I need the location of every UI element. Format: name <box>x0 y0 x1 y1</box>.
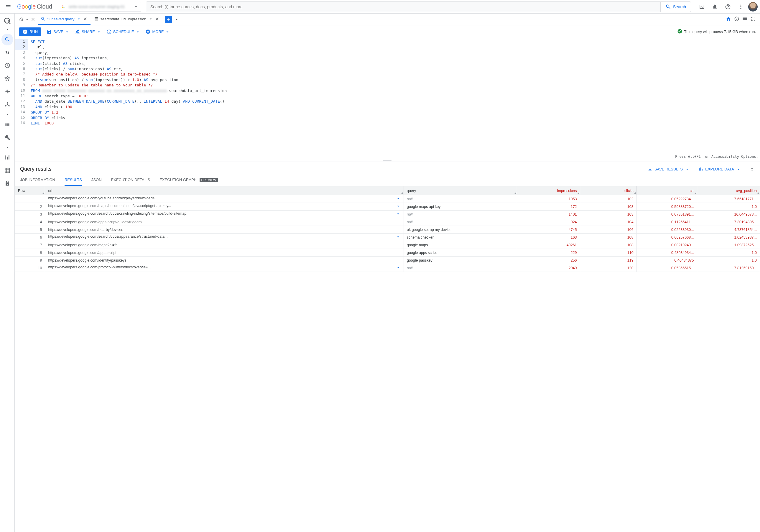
more-button[interactable]: MORE <box>145 29 170 34</box>
rail-reservations-icon[interactable] <box>1 73 13 84</box>
column-header[interactable]: url◢ <box>45 186 404 195</box>
svg-point-0 <box>62 5 63 6</box>
column-header[interactable]: ctr◢ <box>637 186 697 195</box>
rail-lock-icon[interactable] <box>1 177 13 189</box>
caret-down-icon <box>736 167 741 172</box>
schedule-button[interactable]: SCHEDULE <box>107 29 140 34</box>
rail-settings-icon[interactable] <box>1 131 13 143</box>
tab-json[interactable]: JSON <box>91 174 102 186</box>
svg-point-2 <box>62 7 63 8</box>
tab-table[interactable]: searchdata_url_impression <box>91 14 163 25</box>
notifications-icon[interactable] <box>709 1 721 12</box>
results-title: Query results <box>20 166 52 172</box>
caret-down-icon[interactable] <box>148 17 153 21</box>
column-header[interactable]: avg_position◢ <box>697 186 760 195</box>
add-tab-button[interactable] <box>165 16 172 23</box>
tab-results[interactable]: RESULTS <box>65 174 82 186</box>
explore-data-button[interactable]: EXPLORE DATA <box>698 167 741 172</box>
close-icon[interactable] <box>83 17 88 21</box>
query-icon <box>41 17 45 21</box>
project-picker[interactable]: write-scout-consumer-staging-01 <box>59 2 141 12</box>
tab-exec-graph[interactable]: EXECUTION GRAPH PREVIEW <box>160 174 218 186</box>
sql-editor[interactable]: 12345678910111213141516 SELECT url, quer… <box>15 38 760 159</box>
tab-exec-details[interactable]: EXECUTION DETAILS <box>111 174 150 186</box>
svg-point-8 <box>7 102 8 103</box>
table-icon <box>94 17 99 21</box>
tab-menu-caret-icon[interactable] <box>174 17 179 22</box>
rail-transfers-icon[interactable] <box>1 47 13 58</box>
caret-down-icon <box>135 29 140 34</box>
rail-chart-icon[interactable] <box>1 152 13 164</box>
cloud-shell-icon[interactable] <box>696 1 707 12</box>
results-table[interactable]: Row◢url◢query◢impressions◢clicks◢ctr◢avg… <box>15 186 760 532</box>
pin-home-icon[interactable] <box>726 16 731 23</box>
table-row[interactable]: 3https://developers.google.com/search/do… <box>15 211 760 218</box>
table-row[interactable]: 5https://developers.google.com/nearby/de… <box>15 226 760 234</box>
table-row[interactable]: 1https://developers.google.com/youtube/a… <box>15 195 760 203</box>
caret-down-icon <box>685 167 690 172</box>
column-header[interactable]: clicks◢ <box>580 186 637 195</box>
tab-job-info[interactable]: JOB INFORMATION <box>20 174 55 186</box>
unfold-icon <box>749 167 755 172</box>
rail-list-icon[interactable] <box>1 119 13 130</box>
caret-down-icon <box>96 29 101 34</box>
main-menu-icon[interactable] <box>2 1 14 13</box>
global-search: Search <box>146 1 691 12</box>
rail-sql-icon[interactable] <box>1 34 13 45</box>
save-icon <box>47 29 52 34</box>
results-panel: Query results SAVE RESULTS EXPLORE DATA <box>15 162 760 532</box>
gear-icon <box>145 29 151 34</box>
column-header[interactable]: Row◢ <box>15 186 45 195</box>
keyboard-icon[interactable] <box>742 16 748 23</box>
more-vert-icon[interactable] <box>735 1 746 12</box>
caret-down-icon <box>65 29 70 34</box>
column-header[interactable]: impressions◢ <box>517 186 580 195</box>
fullscreen-icon[interactable] <box>751 16 756 23</box>
expand-results-icon[interactable] <box>749 167 755 172</box>
rail-connections-icon[interactable] <box>1 99 13 110</box>
results-tabs: JOB INFORMATION RESULTS JSON EXECUTION D… <box>15 174 760 186</box>
home-breadcrumb[interactable] <box>17 17 37 22</box>
caret-down-icon[interactable] <box>76 17 81 21</box>
info-icon[interactable] <box>734 16 739 23</box>
table-row[interactable]: 9https://developers.google.com/identity/… <box>15 257 760 264</box>
query-toolbar: RUN SAVE SHARE SCHEDULE MORE <box>15 25 760 38</box>
close-icon[interactable] <box>155 17 160 21</box>
share-button[interactable]: SHARE <box>75 29 101 34</box>
download-icon <box>647 167 653 172</box>
search-input[interactable] <box>146 2 660 12</box>
table-row[interactable]: 4https://developers.google.com/apps-scri… <box>15 218 760 226</box>
save-button[interactable]: SAVE <box>47 29 70 34</box>
caret-down-icon <box>25 17 29 22</box>
left-rail <box>0 14 15 532</box>
bigquery-logo-icon[interactable] <box>3 17 12 25</box>
table-row[interactable]: 6https://developers.google.com/search/do… <box>15 234 760 241</box>
column-header[interactable]: query◢ <box>404 186 517 195</box>
search-button[interactable]: Search <box>660 2 691 12</box>
table-row[interactable]: 8https://developers.google.com/apps-scri… <box>15 249 760 257</box>
pane-resize-handle[interactable] <box>15 159 760 162</box>
run-button[interactable]: RUN <box>19 27 41 36</box>
svg-point-3 <box>64 7 65 8</box>
check-circle-icon <box>677 28 683 35</box>
tab-unsaved-query[interactable]: *Unsaved query <box>38 14 90 25</box>
google-cloud-logo[interactable]: Google Cloud <box>17 3 52 10</box>
query-validation: This query will process 7.15 GB when run… <box>677 28 756 35</box>
header-utilities <box>696 1 758 12</box>
editor-tabs: *Unsaved query searchdata_url_impression <box>15 14 760 25</box>
table-row[interactable]: 10https://developers.google.com/protocol… <box>15 264 760 272</box>
close-icon[interactable] <box>31 17 35 22</box>
project-name: write-scout-consumer-staging-01 <box>69 4 131 9</box>
caret-down-icon <box>165 29 170 34</box>
rail-biengine-icon[interactable] <box>1 85 13 97</box>
rail-scheduled-icon[interactable] <box>1 60 13 72</box>
rail-table-icon[interactable] <box>1 165 13 176</box>
help-icon[interactable] <box>722 1 734 12</box>
search-icon <box>665 4 671 10</box>
top-header: Google Cloud write-scout-consumer-stagin… <box>0 0 760 14</box>
table-row[interactable]: 7https://developers.google.com/maps?hl=f… <box>15 241 760 249</box>
table-row[interactable]: 2https://developers.google.com/maps/docu… <box>15 203 760 211</box>
chart-icon <box>698 167 703 172</box>
save-results-button[interactable]: SAVE RESULTS <box>647 167 690 172</box>
user-avatar[interactable] <box>748 2 758 12</box>
